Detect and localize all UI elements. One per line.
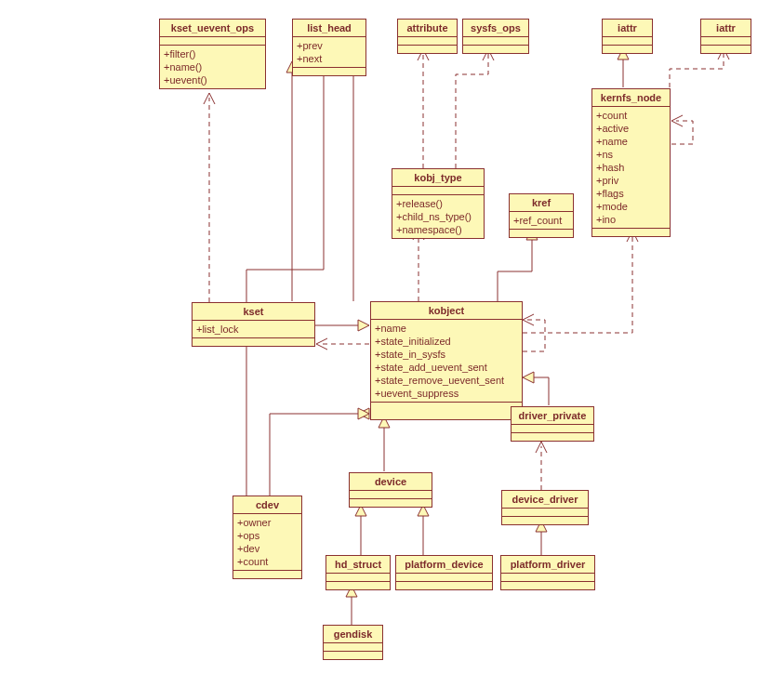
class-device: device bbox=[349, 472, 432, 508]
svg-marker-5 bbox=[358, 408, 369, 419]
class-cdev: cdev +owner +ops +dev +count bbox=[233, 496, 302, 579]
attr: +ino bbox=[596, 213, 666, 226]
op: +uevent() bbox=[164, 73, 261, 86]
attr: +count bbox=[237, 555, 298, 568]
attr: +uevent_suppress bbox=[375, 387, 518, 400]
attr: +flags bbox=[596, 187, 666, 200]
class-title: kset_uevent_ops bbox=[160, 20, 265, 37]
class-gendisk: gendisk bbox=[323, 625, 383, 660]
class-platform-device: platform_device bbox=[395, 555, 493, 590]
class-title: kobject bbox=[371, 302, 522, 320]
attr: +state_initialized bbox=[375, 335, 518, 348]
attr: +dev bbox=[237, 542, 298, 555]
class-title: gendisk bbox=[324, 626, 382, 643]
svg-marker-6 bbox=[358, 408, 369, 419]
attr: +prev bbox=[297, 39, 362, 52]
class-title: kset bbox=[193, 303, 314, 321]
op: +filter() bbox=[164, 47, 261, 60]
class-title: iattr bbox=[701, 20, 751, 37]
op: +child_ns_type() bbox=[396, 210, 480, 223]
class-kernfs-node: kernfs_node +count +active +name +ns +ha… bbox=[591, 88, 671, 237]
attr: +ops bbox=[237, 529, 298, 542]
class-title: device bbox=[350, 473, 432, 491]
class-driver-private: driver_private bbox=[511, 406, 594, 442]
attr: +priv bbox=[596, 174, 666, 187]
class-title: platform_driver bbox=[501, 556, 594, 574]
class-title: platform_device bbox=[396, 556, 492, 574]
class-device-driver: device_driver bbox=[501, 490, 589, 525]
attr: +list_lock bbox=[196, 323, 311, 336]
class-platform-driver: platform_driver bbox=[500, 555, 595, 590]
class-title: kref bbox=[510, 194, 573, 212]
class-list-head: list_head +prev +next bbox=[292, 19, 366, 76]
attr: +name bbox=[596, 135, 666, 148]
attr: +next bbox=[297, 52, 362, 65]
attr: +ns bbox=[596, 148, 666, 161]
op: +name() bbox=[164, 60, 261, 73]
class-title: device_driver bbox=[502, 491, 588, 509]
uml-canvas: kset_uevent_ops +filter() +name() +ueven… bbox=[0, 0, 784, 674]
class-sysfs-ops: sysfs_ops bbox=[462, 19, 529, 54]
class-hd-struct: hd_struct bbox=[326, 555, 391, 590]
class-title: driver_private bbox=[512, 407, 593, 425]
class-title: kernfs_node bbox=[592, 89, 670, 107]
op: +release() bbox=[396, 197, 480, 210]
attr: +name bbox=[375, 322, 518, 335]
class-kset: kset +list_lock bbox=[192, 302, 315, 347]
class-attribute: attribute bbox=[397, 19, 458, 54]
attr: +mode bbox=[596, 200, 666, 213]
attr: +state_add_uevent_sent bbox=[375, 361, 518, 374]
class-title: list_head bbox=[293, 20, 365, 37]
attr: +owner bbox=[237, 516, 298, 529]
svg-marker-9 bbox=[523, 372, 534, 383]
svg-marker-1 bbox=[358, 320, 369, 331]
class-title: iattr bbox=[603, 20, 652, 37]
class-title: hd_struct bbox=[326, 556, 390, 574]
class-kobj-type: kobj_type +release() +child_ns_type() +n… bbox=[392, 168, 485, 239]
attr: +count bbox=[596, 109, 666, 122]
attr: +state_in_sysfs bbox=[375, 348, 518, 361]
attr: +hash bbox=[596, 161, 666, 174]
class-title: kobj_type bbox=[392, 169, 484, 187]
class-iattr-2: iattr bbox=[700, 19, 751, 54]
class-kset-uevent-ops: kset_uevent_ops +filter() +name() +ueven… bbox=[159, 19, 266, 89]
class-kref: kref +ref_count bbox=[509, 193, 574, 238]
op: +namespace() bbox=[396, 223, 480, 236]
attr: +ref_count bbox=[513, 214, 569, 227]
class-iattr-1: iattr bbox=[602, 19, 653, 54]
attr: +active bbox=[596, 122, 666, 135]
class-title: sysfs_ops bbox=[463, 20, 528, 37]
class-title: cdev bbox=[233, 496, 301, 514]
attr: +state_remove_uevent_sent bbox=[375, 374, 518, 387]
class-title: attribute bbox=[398, 20, 457, 37]
class-kobject: kobject +name +state_initialized +state_… bbox=[370, 301, 523, 420]
